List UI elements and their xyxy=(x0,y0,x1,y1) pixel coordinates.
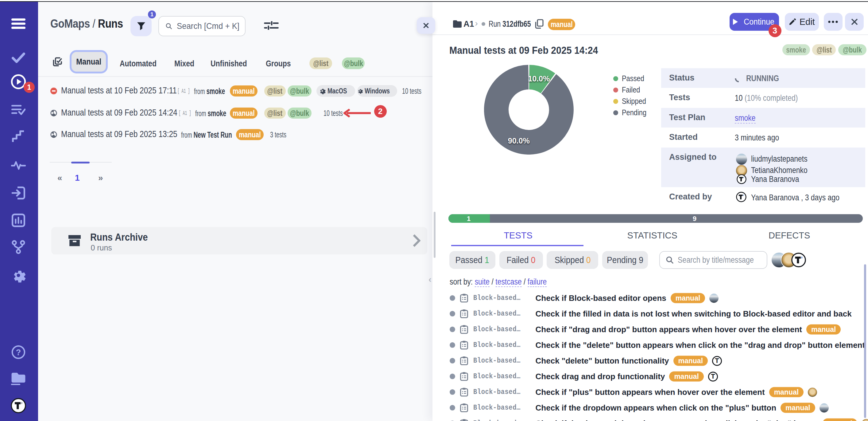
svg-text:90.0%: 90.0% xyxy=(508,136,530,145)
svg-text:?: ? xyxy=(16,348,21,357)
svg-text:10.0%: 10.0% xyxy=(528,74,550,83)
